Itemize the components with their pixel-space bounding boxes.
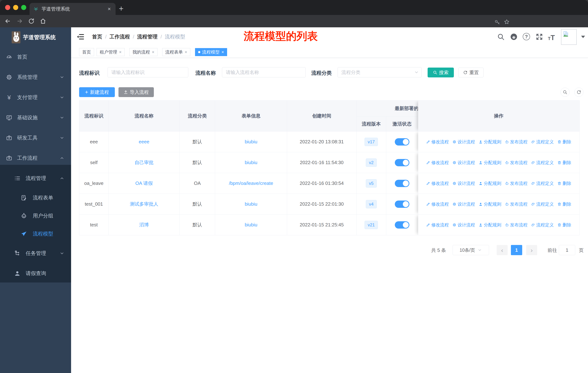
assign-rule-action[interactable]: 分配规则 — [479, 139, 501, 145]
form-info-link[interactable]: biubiu — [245, 139, 257, 145]
search-button[interactable]: 搜索 — [428, 68, 454, 77]
active-toggle[interactable] — [395, 138, 409, 146]
sidebar-item-payment[interactable]: ¥ 支付管理 — [0, 90, 71, 105]
active-toggle[interactable] — [395, 180, 409, 187]
sidebar-item-devtools[interactable]: 研发工具 — [0, 131, 71, 145]
assign-rule-action[interactable]: 分配规则 — [479, 160, 501, 166]
delete-action[interactable]: 删除 — [557, 181, 571, 186]
delete-action[interactable]: 删除 — [557, 222, 571, 228]
sidebar-fold-icon[interactable] — [77, 33, 84, 40]
process-name-link[interactable]: 测试多审批人 — [130, 201, 158, 207]
process-definition-action[interactable]: 流程定义 — [531, 222, 554, 228]
tag-close-icon[interactable]: × — [221, 50, 224, 55]
design-process-action[interactable]: 设计流程 — [452, 160, 475, 166]
sidebar-item-task-management[interactable]: 任务管理 — [0, 246, 71, 261]
edit-process-action[interactable]: 修改流程 — [426, 181, 449, 186]
tag-process-form[interactable]: 流程表单× — [162, 48, 190, 56]
back-icon[interactable] — [4, 18, 11, 24]
assign-rule-action[interactable]: 分配规则 — [479, 222, 501, 228]
publish-process-action[interactable]: 发布流程 — [505, 160, 527, 166]
breadcrumb-workflow[interactable]: 工作流程 — [110, 33, 130, 40]
breadcrumb-process-management[interactable]: 流程管理 — [137, 33, 158, 40]
process-name-link[interactable]: 自己审批 — [135, 159, 153, 166]
active-toggle[interactable] — [395, 159, 409, 166]
create-process-button[interactable]: + 新建流程 — [79, 87, 115, 97]
design-process-action[interactable]: 设计流程 — [452, 139, 475, 145]
category-select[interactable]: 流程分类 — [337, 67, 422, 77]
tag-my-process[interactable]: 我的流程× — [129, 48, 158, 56]
edit-process-action[interactable]: 修改流程 — [426, 160, 449, 166]
help-icon[interactable]: ? — [523, 33, 530, 40]
window-zoom-button[interactable] — [21, 5, 26, 10]
import-process-button[interactable]: 导入流程 — [118, 87, 154, 97]
refresh-table-button[interactable] — [574, 88, 583, 97]
edit-process-action[interactable]: 修改流程 — [426, 222, 449, 228]
bookmark-star-icon[interactable] — [504, 19, 510, 25]
breadcrumb-home[interactable]: 首页 — [92, 33, 102, 40]
delete-action[interactable]: 删除 — [557, 139, 571, 145]
sidebar-item-process-form[interactable]: 流程表单 — [0, 191, 71, 205]
process-definition-action[interactable]: 流程定义 — [531, 139, 554, 145]
form-info-link[interactable]: biubiu — [245, 201, 257, 207]
publish-process-action[interactable]: 发布流程 — [505, 139, 527, 145]
sidebar-item-infrastructure[interactable]: 基础设施 — [0, 110, 71, 125]
forward-icon[interactable] — [16, 18, 23, 24]
avatar[interactable] — [561, 29, 577, 45]
avatar-dropdown-caret-icon[interactable] — [581, 36, 585, 38]
browser-tab[interactable]: 芋道管理系统 × — [30, 3, 116, 15]
next-page-button[interactable]: › — [526, 245, 537, 255]
process-name-link[interactable]: 滔博 — [139, 222, 149, 228]
tag-close-icon[interactable]: × — [185, 50, 187, 55]
key-icon[interactable] — [494, 19, 500, 25]
sidebar-item-system[interactable]: 系统管理 — [0, 70, 71, 84]
process-name-link[interactable]: eeee — [139, 139, 149, 145]
github-icon[interactable] — [510, 33, 518, 40]
tag-tenant[interactable]: 租户管理× — [97, 48, 125, 56]
process-definition-action[interactable]: 流程定义 — [531, 201, 554, 207]
design-process-action[interactable]: 设计流程 — [452, 181, 475, 186]
design-process-action[interactable]: 设计流程 — [452, 201, 475, 207]
tab-close-icon[interactable]: × — [107, 6, 111, 12]
tag-close-icon[interactable]: × — [152, 50, 154, 55]
process-name-input[interactable] — [222, 67, 306, 77]
process-key-input[interactable] — [107, 67, 188, 77]
process-definition-action[interactable]: 流程定义 — [531, 181, 554, 186]
tag-home[interactable]: 首页 — [79, 48, 94, 56]
font-size-icon[interactable]: TT — [548, 34, 555, 42]
tag-process-model[interactable]: 流程模型× — [195, 48, 227, 56]
sidebar-item-home[interactable]: 首页 — [0, 50, 71, 64]
sidebar-item-leave-query[interactable]: 请假查询 — [0, 266, 71, 281]
publish-process-action[interactable]: 发布流程 — [505, 201, 527, 207]
active-toggle[interactable] — [395, 221, 409, 229]
assign-rule-action[interactable]: 分配规则 — [479, 181, 501, 186]
sidebar-item-workflow[interactable]: 工作流程 — [0, 151, 71, 165]
page-number-1[interactable]: 1 — [511, 245, 522, 255]
form-info-link[interactable]: /bpm/oa/leave/create — [229, 181, 273, 186]
goto-page-input[interactable]: 1 — [559, 245, 575, 255]
reload-icon[interactable] — [28, 18, 35, 24]
process-name-link[interactable]: OA 请假 — [136, 180, 153, 186]
form-info-link[interactable]: biubiu — [245, 160, 257, 165]
assign-rule-action[interactable]: 分配规则 — [479, 201, 501, 207]
new-tab-button[interactable]: + — [119, 4, 124, 13]
publish-process-action[interactable]: 发布流程 — [505, 222, 527, 228]
edit-process-action[interactable]: 修改流程 — [426, 139, 449, 145]
page-size-select[interactable]: 10条/页 — [452, 245, 489, 255]
fullscreen-icon[interactable] — [536, 33, 543, 40]
edit-process-action[interactable]: 修改流程 — [426, 201, 449, 207]
window-minimize-button[interactable] — [13, 5, 18, 10]
active-toggle[interactable] — [395, 201, 409, 208]
design-process-action[interactable]: 设计流程 — [452, 222, 475, 228]
reset-button[interactable]: 重置 — [458, 68, 483, 77]
window-close-button[interactable] — [5, 5, 10, 10]
publish-process-action[interactable]: 发布流程 — [505, 181, 527, 186]
sidebar-item-user-group[interactable]: 用户分组 — [0, 209, 71, 223]
sidebar-item-process-management[interactable]: 流程管理 — [0, 171, 71, 186]
home-icon[interactable] — [40, 18, 46, 24]
sidebar-item-process-model[interactable]: 流程模型 — [0, 227, 71, 241]
search-icon[interactable] — [497, 33, 505, 40]
tag-close-icon[interactable]: × — [119, 50, 122, 55]
process-definition-action[interactable]: 流程定义 — [531, 160, 554, 166]
show-search-button[interactable] — [560, 88, 570, 97]
form-info-link[interactable]: biubiu — [245, 222, 257, 228]
